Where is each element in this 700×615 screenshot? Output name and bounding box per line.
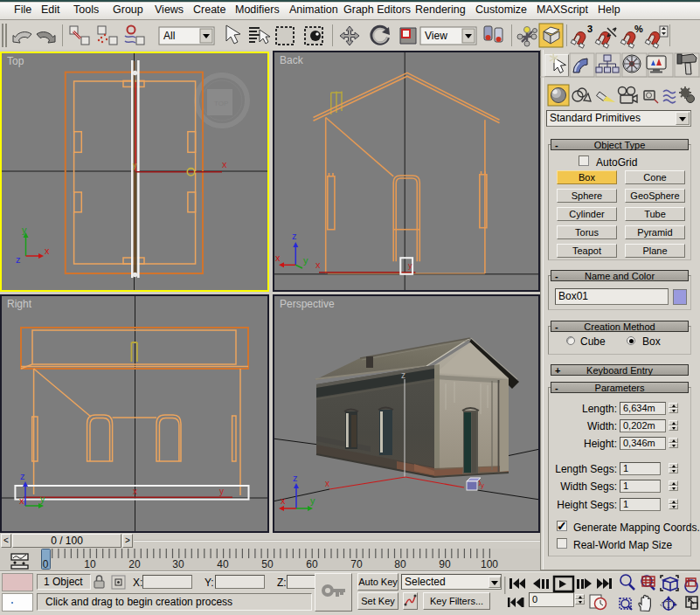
svg-text:80: 80 <box>394 558 406 570</box>
svg-text:y: y <box>408 261 412 270</box>
svg-text:z: z <box>20 471 25 481</box>
svg-text:z: z <box>401 370 405 380</box>
svg-text:100: 100 <box>481 558 498 570</box>
svg-text:View: View <box>425 30 447 42</box>
svg-text:50: 50 <box>261 558 274 570</box>
svg-text:20: 20 <box>128 558 141 570</box>
svg-text:z: z <box>292 231 297 241</box>
svg-text:y: y <box>133 161 137 169</box>
svg-text:10: 10 <box>84 558 96 570</box>
svg-text:40: 40 <box>217 558 229 570</box>
svg-text:0: 0 <box>43 558 49 570</box>
svg-text:60: 60 <box>306 558 318 570</box>
svg-text:y: y <box>219 487 224 496</box>
svg-text:x: x <box>275 252 281 263</box>
svg-text:z: z <box>293 473 298 483</box>
svg-text:All: All <box>163 30 175 42</box>
svg-text:70: 70 <box>350 558 363 570</box>
svg-text:x: x <box>222 159 227 169</box>
svg-text:TOP: TOP <box>214 100 228 107</box>
svg-text:3: 3 <box>587 24 593 34</box>
svg-text:y: y <box>22 225 27 235</box>
svg-text:%: % <box>634 24 643 34</box>
svg-text:y: y <box>303 255 308 266</box>
svg-text:x: x <box>133 487 137 496</box>
svg-text:x: x <box>19 495 24 506</box>
svg-text:x: x <box>315 259 321 270</box>
svg-text:y: y <box>40 494 45 504</box>
svg-text:z: z <box>16 254 21 265</box>
svg-text:x: x <box>325 479 329 488</box>
svg-text:y: y <box>310 495 315 506</box>
svg-text:x: x <box>45 245 50 256</box>
svg-text:x: x <box>281 495 286 506</box>
svg-text:30: 30 <box>172 558 184 570</box>
svg-text:90: 90 <box>439 558 451 570</box>
svg-text:y: y <box>481 481 484 489</box>
